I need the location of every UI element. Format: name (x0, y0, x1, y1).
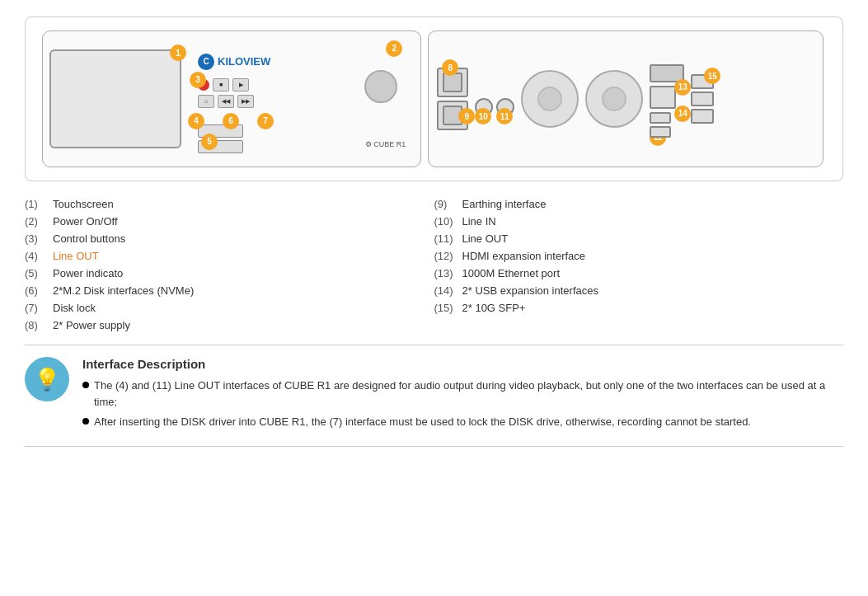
sfp-port-3 (691, 109, 714, 124)
screen-area: 1 (49, 49, 181, 148)
bullet-text: The (4) and (11) Line OUT interfaces of … (94, 378, 843, 410)
interface-group: 12 13 14 (650, 61, 684, 138)
logo-circle: C (198, 54, 214, 70)
legend-text: 2*M.2 Disk interfaces (NVMe) (53, 284, 194, 297)
legend-text: Control buttons (53, 232, 125, 245)
badge-11: 11 (496, 108, 513, 124)
legend-item: (2)Power On/Off (25, 215, 434, 228)
ctrl-btn-next: ▶▶ (237, 95, 254, 108)
badge-9: 9 (458, 108, 475, 124)
info-bullet: After inserting the DISK driver into CUB… (82, 414, 843, 430)
legend-num: (4) (25, 250, 48, 262)
legend-item: (14)2* USB expansion interfaces (434, 284, 844, 297)
legend-num: (9) (434, 198, 457, 210)
legend-item: (5)Power indicato (25, 267, 434, 279)
device-right-panel: 8 10 11 (428, 31, 823, 167)
legend-col-left: (1)Touchscreen(2)Power On/Off(3)Control … (25, 198, 434, 331)
legend-text: Touchscreen (53, 198, 114, 210)
badge-7: 7 (257, 113, 274, 129)
button-row-1: ■ ▶ (198, 78, 254, 92)
right-inner: 8 10 11 (429, 31, 823, 167)
legend-text: 2* Power supply (53, 319, 130, 331)
badge-2: 2 (386, 40, 402, 57)
logo-text: KILOVIEW (218, 55, 270, 68)
legend-item: (9)Earthing interface (434, 198, 844, 210)
legend-text: Power On/Off (53, 215, 118, 228)
legend-text: Line OUT (53, 250, 99, 262)
legend-num: (15) (434, 302, 457, 314)
legend-num: (10) (434, 215, 457, 228)
badge-15: 15 (704, 68, 720, 84)
legend-item: (6)2*M.2 Disk interfaces (NVMe) (25, 284, 434, 297)
badge-13: 13 (674, 79, 691, 96)
ctrl-btn-prev: ◀◀ (218, 95, 234, 108)
info-title: Interface Description (82, 357, 843, 371)
legend-item: (8)2* Power supply (25, 319, 434, 331)
legend-item: (10)Line IN (434, 215, 844, 228)
badge-5: 5 (201, 134, 218, 150)
ctrl-btn-stop: ■ (213, 78, 229, 92)
badge-4: 4 (188, 113, 204, 129)
legend-num: (1) (25, 198, 48, 210)
kiloview-logo: C KILOVIEW (198, 54, 270, 70)
legend-num: (11) (434, 232, 457, 245)
info-content: Interface Description The (4) and (11) L… (82, 357, 843, 434)
legend-num: (14) (434, 284, 457, 297)
sfp-group: 15 (691, 74, 714, 124)
fan-2-inner (602, 87, 626, 111)
fan-1 (521, 70, 579, 128)
fan-2-group (585, 70, 643, 128)
ethernet-group: 13 (650, 86, 684, 109)
legend-col-right: (9)Earthing interface(10)Line IN(11)Line… (434, 198, 844, 331)
legend-num: (2) (25, 215, 48, 228)
fan-1-inner (537, 87, 562, 111)
page-wrapper: 1 C KILOVIEW 3 ■ ▶ ⌂ (0, 0, 868, 476)
controls-area: C KILOVIEW 3 ■ ▶ ⌂ ◀◀ ▶▶ (198, 45, 414, 153)
legend-text: Disk lock (53, 302, 96, 314)
usb-port-2 (650, 126, 671, 138)
badge-10: 10 (475, 108, 491, 124)
legend-num: (12) (434, 250, 457, 262)
badge-3: 3 (190, 72, 206, 88)
badge-14: 14 (674, 106, 691, 122)
legend-item: (12)HDMI expansion interface (434, 250, 844, 262)
info-icon-wrap: 💡 (25, 357, 69, 401)
legend-item: (15)2* 10G SFP+ (434, 302, 844, 314)
legend-num: (5) (25, 267, 48, 279)
legend-text: 1000M Ethernet port (462, 267, 561, 279)
usb-group: 14 (650, 112, 684, 138)
audio-ports-group: 10 11 9 (475, 82, 514, 116)
legend-num: (7) (25, 302, 48, 314)
ctrl-btn-play: ▶ (232, 78, 249, 92)
device-left-panel: 1 C KILOVIEW 3 ■ ▶ ⌂ (42, 31, 421, 167)
legend-text: Line OUT (462, 232, 509, 245)
usb-port-1 (650, 112, 671, 124)
fan-1-group (521, 70, 579, 128)
legend-text: 2* 10G SFP+ (462, 302, 526, 314)
badge-6: 6 (223, 113, 239, 129)
legend-item: (4)Line OUT (25, 250, 434, 262)
legend-item: (13)1000M Ethernet port (434, 267, 844, 279)
badge-1: 1 (170, 45, 186, 61)
bullet-dot (82, 382, 89, 388)
fan-2 (585, 70, 643, 128)
info-bullet: The (4) and (11) Line OUT interfaces of … (82, 378, 843, 410)
legend-num: (3) (25, 232, 48, 245)
info-bullets: The (4) and (11) Line OUT interfaces of … (82, 378, 843, 430)
dial-circle (364, 70, 397, 103)
device-diagram: 1 C KILOVIEW 3 ■ ▶ ⌂ (25, 16, 843, 181)
legend-text: Line IN (462, 215, 496, 228)
legend-section: (1)Touchscreen(2)Power On/Off(3)Control … (25, 198, 843, 331)
legend-item: (11)Line OUT (434, 232, 844, 245)
legend-num: (6) (25, 284, 48, 297)
legend-num: (13) (434, 267, 457, 279)
bulb-icon: 💡 (34, 367, 60, 392)
cube-label: ⚙ CUBE R1 (365, 140, 406, 148)
legend-item: (7)Disk lock (25, 302, 434, 314)
legend-text: Earthing interface (462, 198, 547, 210)
ctrl-btn-home: ⌂ (198, 95, 214, 108)
sfp-port-2 (691, 92, 714, 106)
bullet-text: After inserting the DISK driver into CUB… (94, 414, 751, 430)
legend-item: (1)Touchscreen (25, 198, 434, 210)
button-row-2: ⌂ ◀◀ ▶▶ (198, 95, 254, 108)
